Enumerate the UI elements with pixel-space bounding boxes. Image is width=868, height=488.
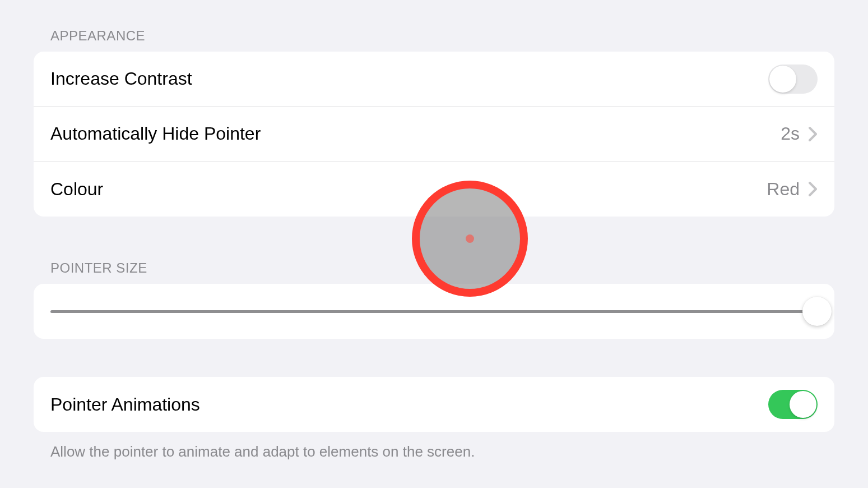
appearance-card: Increase Contrast Automatically Hide Poi… [34,52,834,217]
appearance-section-header: APPEARANCE [34,28,834,44]
toggle-knob [769,66,796,93]
colour-value: Red [767,179,800,200]
chevron-right-icon [809,181,818,197]
colour-label: Colour [50,179,103,200]
pointer-size-slider[interactable] [50,310,818,313]
increase-contrast-label: Increase Contrast [50,68,192,89]
pointer-animations-row: Pointer Animations [34,377,834,432]
increase-contrast-row: Increase Contrast [34,52,834,107]
pointer-animations-toggle[interactable] [768,390,818,419]
auto-hide-pointer-row[interactable]: Automatically Hide Pointer 2s [34,107,834,162]
pointer-animations-label: Pointer Animations [50,394,200,415]
chevron-right-icon [809,126,818,142]
increase-contrast-toggle[interactable] [768,65,818,94]
animations-card: Pointer Animations [34,377,834,432]
pointer-size-slider-card [34,284,834,339]
auto-hide-pointer-label: Automatically Hide Pointer [50,123,261,144]
colour-row[interactable]: Colour Red [34,162,834,217]
pointer-size-section-header: POINTER SIZE [34,260,834,276]
pointer-animations-footer: Allow the pointer to animate and adapt t… [34,432,834,461]
toggle-knob [790,391,816,418]
pointer-size-slider-thumb[interactable] [802,297,832,326]
auto-hide-pointer-value: 2s [781,123,800,144]
